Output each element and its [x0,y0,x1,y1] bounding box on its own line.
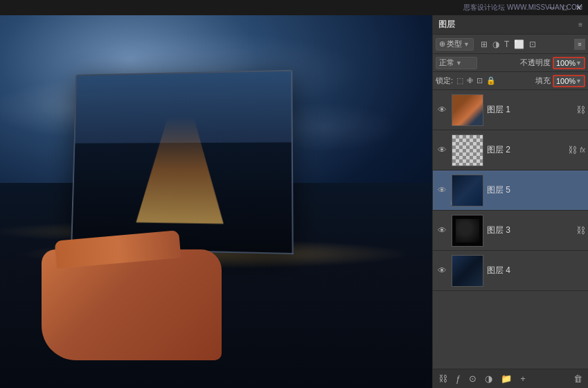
fill-group: 填充 100% ▼ [535,75,585,87]
opacity-label: 不透明度 [520,58,551,68]
filter-dropdown[interactable]: ⊕ 类型 ▼ [436,38,474,51]
photo-card [71,70,294,254]
layer-5-info: 图层 5 [487,184,585,196]
layer-item-4[interactable]: 👁 图层 4 [433,251,588,291]
layer-type-icons: ⊞ ◑ T ⬜ ⊡ [479,39,537,50]
link-layers-icon[interactable]: ⛓ [437,372,449,385]
canvas-area [0,15,432,388]
layer-4-info: 图层 4 [487,265,585,276]
layer-filter-toolbar: ⊕ 类型 ▼ ⊞ ◑ T ⬜ ⊡ ≡ [433,35,588,54]
layer-5-badge: ↓ [449,198,453,206]
filter-arrow-icon: ▼ [463,41,470,48]
layer-4-visibility[interactable]: 👁 [436,265,448,277]
lock-label: 锁定: [436,76,453,86]
panel-collapse-button[interactable]: ≡ [578,21,582,28]
layer-3-thumbnail [452,215,483,247]
layer-item-5[interactable]: 👁 图层 5 ↓ [433,170,588,211]
layers-list[interactable]: 👁 图层 1 ⛓ 👁 图层 2 ⛓ fx [433,90,588,369]
blend-opacity-toolbar: 正常 ▼ 不透明度 100% ▼ [433,54,588,72]
panel-header: 图层 ≡ [433,15,588,35]
layer-1-info: 图层 1 [487,104,575,116]
layer-item-3[interactable]: 👁 图层 3 ⛓ [433,211,588,251]
layer-5-visibility[interactable]: 👁 [436,184,448,197]
layer-1-name: 图层 1 [487,104,575,116]
layer-3-info: 图层 3 [487,224,575,236]
top-bar: 思客设计论坛 WWW.MISSVUAN.COM ─ □ ✕ [0,0,588,15]
layer-item-1[interactable]: 👁 图层 1 ⛓ [433,90,588,130]
opacity-arrow-icon: ▼ [576,60,582,67]
add-layer-style-icon[interactable]: ƒ [454,372,462,385]
fill-arrow-icon: ▼ [576,78,582,85]
layer-5-thumbnail [452,175,483,206]
lock-position-button[interactable]: ✙ [466,76,474,86]
layer-3-name: 图层 3 [487,224,575,236]
opacity-group: 不透明度 100% ▼ [520,57,585,69]
layer-3-visibility[interactable]: 👁 [436,224,448,237]
opacity-input[interactable]: 100% ▼ [553,57,585,69]
opacity-number: 100% [556,59,576,67]
layer-item-2[interactable]: 👁 图层 2 ⛓ fx [433,130,588,170]
layer-2-info: 图层 2 [487,144,567,156]
fill-label: 填充 [535,76,551,86]
link-icon-3: ⛓ [576,225,585,236]
type-layer-icon[interactable]: T [503,39,510,50]
layer-2-thumbnail [452,134,483,166]
fx-badge: fx [580,146,585,154]
lock-pixels-button[interactable]: ⬚ [456,76,464,86]
panel-title: 图层 [438,19,455,30]
canvas-image [0,15,432,388]
link-icon: ⛓ [576,105,585,115]
watermark: 思客设计论坛 WWW.MISSVUAN.COM [463,3,582,12]
panel-footer: ⛓ ƒ ⊙ ◑ 📁 + 🗑 [433,369,588,388]
add-layer-icon[interactable]: + [519,372,527,385]
layer-1-visibility[interactable]: 👁 [436,104,448,116]
hand-shape [42,249,222,360]
layer-2-name: 图层 2 [487,144,567,156]
link-icon-2: ⛓ [568,145,577,155]
lock-fill-toolbar: 锁定: ⬚ ✙ ⊡ 🔒 填充 100% ▼ [433,72,588,90]
lock-artboard-button[interactable]: ⊡ [476,76,483,86]
add-group-icon[interactable]: 📁 [499,372,513,385]
layer-1-thumbnail [452,94,483,126]
filter-label: 类型 [447,39,462,49]
hand-element [42,249,222,360]
layer-5-name: 图层 5 [487,184,585,196]
panel-menu-button[interactable]: ≡ [574,39,585,50]
shape-layer-icon[interactable]: ⬜ [513,39,526,50]
photo-card-inner [71,70,294,254]
smart-object-icon[interactable]: ⊡ [528,39,537,50]
lock-all-button[interactable]: 🔒 [485,76,497,86]
filter-icon: ⊕ [439,39,445,48]
pixel-layer-icon[interactable]: ⊞ [479,39,489,50]
layer-4-thumbnail [452,255,483,287]
adjustment-layer-icon[interactable]: ◑ [491,39,501,50]
fill-input[interactable]: 100% ▼ [553,75,585,87]
fill-number: 100% [556,77,576,85]
layers-panel: 图层 ≡ ⊕ 类型 ▼ ⊞ ◑ T ⬜ ⊡ ≡ 正常 ▼ [432,15,588,388]
layer-3-link: ⛓ [576,225,585,236]
add-adjustment-icon[interactable]: ◑ [483,372,494,385]
delete-layer-icon[interactable]: 🗑 [572,372,584,385]
layer-2-visibility[interactable]: 👁 [436,144,448,157]
blend-mode-dropdown[interactable]: 正常 ▼ [436,57,477,69]
main-area: 图层 ≡ ⊕ 类型 ▼ ⊞ ◑ T ⬜ ⊡ ≡ 正常 ▼ [0,15,588,388]
layer-2-link: ⛓ fx [568,145,585,155]
layer-4-name: 图层 4 [487,265,585,276]
layer-1-link: ⛓ [576,105,585,115]
blend-mode-label: 正常 [439,58,454,68]
add-mask-icon[interactable]: ⊙ [467,372,478,385]
lock-icons: ⬚ ✙ ⊡ 🔒 [456,76,497,86]
blend-arrow-icon: ▼ [456,60,462,67]
